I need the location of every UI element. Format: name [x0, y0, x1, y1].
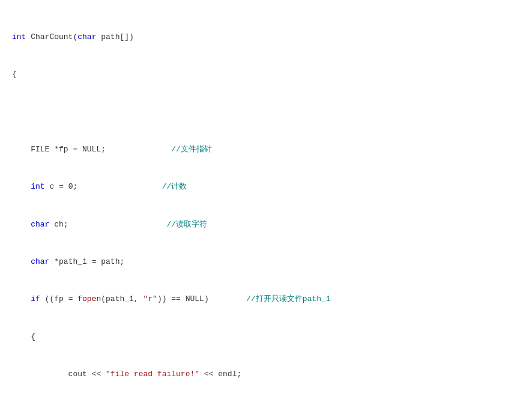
str-r: "r": [143, 294, 157, 303]
line-4: FILE *fp = NULL; //文件指针: [12, 144, 520, 156]
comment-3: //读取字符: [166, 220, 207, 229]
keyword-char-3: char: [31, 257, 49, 266]
line-9: {: [12, 331, 520, 344]
str-failure: "file read failure!": [106, 370, 199, 379]
comment-2: //计数: [162, 182, 187, 191]
line-6: char ch; //读取字符: [12, 219, 520, 231]
line-3: [12, 106, 520, 118]
line-8: if ((fp = fopen(path_1, "r")) == NULL) /…: [12, 293, 520, 306]
line-7: char *path_1 = path;: [12, 256, 520, 269]
keyword-char-2: char: [31, 220, 49, 229]
keyword-int-2: int: [31, 182, 44, 191]
line-10: cout << "file read failure!" << endl;: [12, 368, 520, 381]
comment-4: //打开只读文件path_1: [246, 294, 330, 303]
keyword-if: if: [31, 294, 40, 303]
line-5: int c = 0; //计数: [12, 181, 520, 193]
fn-fopen: fopen: [77, 294, 101, 303]
code-block: int CharCount(char path[]) { FILE *fp = …: [12, 6, 520, 399]
keyword-int: int: [12, 32, 26, 41]
comment-1: //文件指针: [171, 145, 212, 154]
line-2: {: [12, 69, 520, 81]
line-1: int CharCount(char path[]): [12, 31, 520, 44]
keyword-char: char: [77, 32, 96, 41]
